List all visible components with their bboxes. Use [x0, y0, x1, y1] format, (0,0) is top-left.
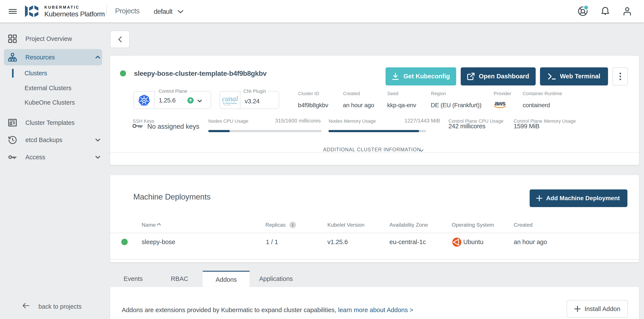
svg-text:canal: canal: [222, 95, 238, 103]
svg-text:aws: aws: [494, 100, 505, 107]
